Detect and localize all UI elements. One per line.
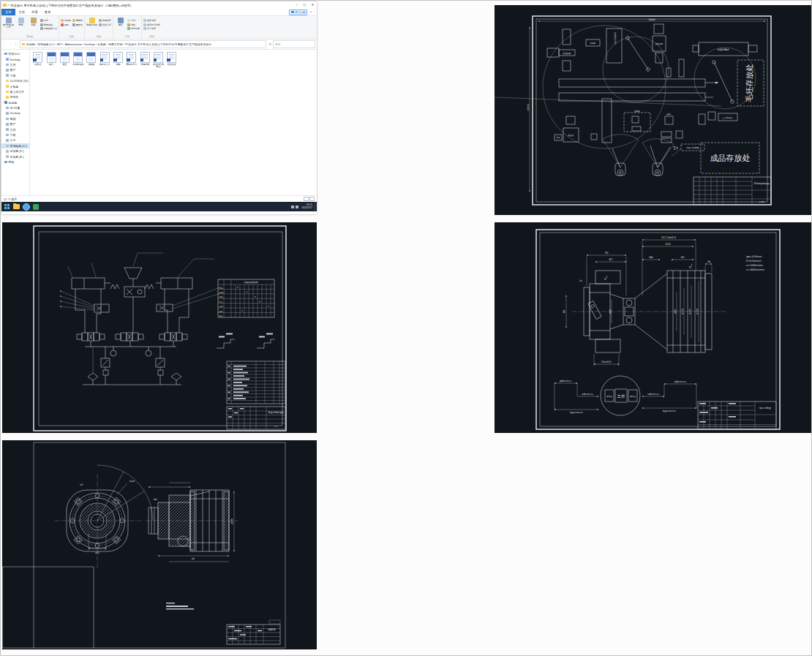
file-item[interactable]: 夹具 (45, 52, 58, 69)
desktop-montage: ▾ 毕业设计-基于机器人自动上下料的万向节滑套加工生产线及夹具设计（CAD图纸+… (0, 0, 812, 656)
hydraulic-schematic-svg: 电磁铁动作顺序 快进 工进 快退 停止 夹紧 松开 原位 (2, 222, 317, 433)
overall-depth-dim: 24000 (527, 104, 530, 111)
dim-117: 117.2±0.5 (661, 235, 677, 239)
file-item[interactable]: 任务书 (31, 52, 45, 69)
paste-shortcut-button[interactable]: 粘贴快捷方式 (40, 27, 58, 31)
rename-button[interactable]: 重命名 (72, 23, 83, 27)
history-button[interactable]: 历史记录 (127, 27, 140, 31)
windows-logo-icon (4, 204, 7, 206)
volume-icon[interactable] (291, 206, 294, 208)
easy-access-button[interactable]: 轻松访问 (98, 23, 112, 27)
pin-to-quick-access-button[interactable]: 固定到快速访问 (2, 17, 15, 29)
collapse-ribbon-icon[interactable]: ˆ (314, 10, 315, 14)
title-bar: ▾ 毕业设计-基于机器人自动上下料的万向节滑套加工生产线及夹具设计（CAD图纸+… (1, 1, 317, 9)
file-item[interactable]: 毕业论文 (165, 52, 178, 69)
file-item[interactable]: 加工工艺卡 (98, 52, 111, 69)
delete-button[interactable]: 删除 (60, 23, 72, 27)
station-right-label: 磨工位 (630, 395, 636, 398)
file-item[interactable]: 底座 (59, 52, 72, 69)
invert-selection-button[interactable]: 反向选择 (143, 27, 161, 31)
file-item[interactable]: 装配图 (85, 52, 98, 69)
file-item[interactable]: 说明 (112, 52, 125, 69)
dwg-file-icon (73, 52, 83, 63)
copy-button[interactable]: 复制 (15, 17, 27, 26)
station-left-label: 车工位 (606, 395, 612, 398)
taskbar-browser-button[interactable] (21, 202, 31, 211)
tab-file[interactable]: 文件 (1, 9, 15, 15)
sidebar-item-music[interactable]: 音乐 (1, 137, 29, 143)
taskbar-clock[interactable]: 16:15 2021/5/27 (301, 204, 312, 210)
ribbon-tabs: 文件 主页 共享 查看 进入云盘 ? ˆ (1, 9, 317, 16)
cloud-badge-button[interactable]: 进入云盘 (289, 10, 307, 15)
sidebar-item-videos[interactable]: 视频 (1, 116, 29, 121)
sidebar-item-this-pc[interactable]: ˅此电脑 (1, 100, 29, 105)
sidebar-item-network[interactable]: ›网络 (1, 159, 29, 165)
taskbar-explorer-button[interactable] (12, 202, 21, 211)
browser-icon (23, 203, 30, 211)
select-all-icon (143, 19, 146, 22)
taskbar-app-button[interactable] (31, 202, 40, 211)
sidebar-item-3d-objects[interactable]: 3D 对象 (1, 105, 29, 110)
dim-28: 28 (707, 260, 710, 263)
properties-icon (118, 18, 124, 23)
back-button[interactable]: ← (3, 42, 8, 46)
sidebar-item-downloads[interactable]: 下载 (1, 132, 29, 137)
dim-60: 60 (563, 310, 565, 313)
3d-objects-icon (6, 107, 9, 110)
sidebar-item-folder[interactable]: 最上传文件 (1, 89, 29, 94)
details-view-icon[interactable] (304, 197, 309, 201)
sidebar-item-local-disk-c[interactable]: 本地磁盘 (C:) (1, 143, 29, 148)
move-icon (61, 19, 64, 22)
sidebar-item-documents[interactable]: 文档 (1, 127, 29, 132)
file-item[interactable]: 开题报告 (138, 52, 151, 69)
maximize-button[interactable]: ▢ (301, 1, 309, 9)
cloud-icon (291, 11, 294, 13)
titleblock-scale: 1:100 (759, 201, 764, 203)
item-count: 11 个项目 (4, 197, 17, 201)
close-button[interactable]: ✕ (309, 1, 317, 9)
paste-button[interactable]: 粘贴 (27, 17, 40, 26)
file-item[interactable]: 总体布置图 (72, 52, 85, 69)
file-item[interactable]: 毕业设计说明书 (152, 52, 165, 69)
forward-button[interactable]: → (8, 42, 13, 46)
tab-share[interactable]: 共享 (29, 10, 42, 14)
dim-52: ø52 (95, 551, 99, 554)
dia-121: ø121 (688, 309, 691, 314)
sidebar-item-documents[interactable]: 文档 (1, 62, 29, 67)
properties-button[interactable]: 属性 (114, 17, 127, 26)
up-button[interactable]: ↑ (13, 42, 18, 46)
tab-view[interactable]: 查看 (41, 10, 54, 14)
search-input[interactable]: 搜索 (273, 40, 315, 48)
sidebar-item-folder[interactable]: 大雅盘 (1, 83, 29, 88)
breadcrumb[interactable]: 此电脑 › 本地磁盘 (C:) › 用户 › Administrator › D… (20, 40, 266, 48)
file-item[interactable]: 磨削工序卡 (125, 52, 138, 69)
step-label: 工进(70mm) (582, 393, 593, 396)
sidebar-item-folder[interactable]: 14-日报表 (31) (1, 78, 29, 83)
sidebar-item-folder[interactable]: 早报表 (1, 94, 29, 99)
sidebar-item-desktop[interactable]: Desktop (1, 56, 29, 61)
dwg-file-icon (86, 52, 96, 63)
sidebar-item-quick-access[interactable]: ˅快速访问 (1, 51, 29, 56)
machine-label: 立式加工中心 (614, 32, 617, 45)
show-desktop-button[interactable] (315, 202, 317, 211)
sidebar-item-desktop[interactable]: Desktop (1, 110, 29, 116)
tab-home[interactable]: 主页 (15, 10, 29, 14)
sidebar-item-new-volume-d[interactable]: 新加卷 (D:) (1, 148, 29, 154)
sidebar-item-pictures[interactable]: 图片 (1, 67, 29, 72)
network-tray-icon[interactable] (296, 206, 298, 208)
refresh-icon[interactable]: ⟳ (268, 42, 273, 46)
sidebar-item-new-volume-e[interactable]: 新加卷 (E:) (1, 154, 29, 159)
minimize-button[interactable]: – (293, 1, 301, 9)
titleblock-scale: 1:1 (274, 426, 277, 428)
tray-chevron-icon[interactable]: ˆ (289, 206, 290, 208)
thumbnail-view-icon[interactable] (309, 197, 315, 201)
sidebar-item-pictures[interactable]: 图片 (1, 121, 29, 127)
quick-access-toolbar-icon[interactable]: ▾ (8, 4, 10, 7)
doc-file-icon (33, 52, 42, 63)
new-folder-button[interactable]: 新建文件夹 (86, 17, 98, 26)
help-icon[interactable]: ? (309, 10, 311, 14)
sidebar-item-downloads[interactable]: 下载 (1, 73, 29, 78)
start-button[interactable] (1, 202, 12, 211)
cutting-note: n=100r/min (746, 263, 763, 267)
step-label: 快进(70mm) (559, 380, 571, 382)
